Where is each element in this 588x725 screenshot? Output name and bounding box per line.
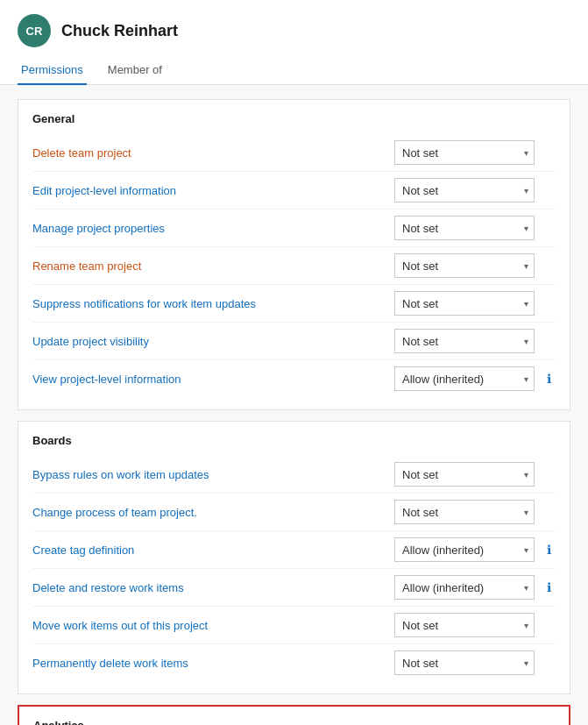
perm-label-delete-restore: Delete and restore work items	[32, 581, 394, 594]
perm-label-move-items: Move work items out of this project	[32, 619, 394, 632]
perm-actions-permanently-delete: Not setAllowAllow (inherited)Deny ▾	[394, 650, 556, 675]
dropdown-edit-project-info[interactable]: Not setAllowAllow (inherited)Deny ▾	[394, 178, 535, 203]
select-move-items[interactable]: Not setAllowAllow (inherited)Deny	[394, 613, 535, 637]
dropdown-permanently-delete[interactable]: Not setAllowAllow (inherited)Deny ▾	[394, 650, 535, 675]
section-analytics-title: Analytics	[33, 719, 555, 725]
select-delete-team-project[interactable]: Not setAllowAllow (inherited)Deny	[394, 140, 535, 165]
perm-label-rename-project: Rename team project	[32, 259, 394, 273]
perm-row-create-tag: Create tag definition Not setAllowAllow …	[32, 531, 556, 569]
perm-actions-delete-team-project: Not setAllowAllow (inherited)Deny ▾	[394, 140, 556, 165]
perm-row-move-items: Move work items out of this project Not …	[32, 607, 556, 644]
perm-row-change-process: Change process of team project. Not setA…	[32, 494, 556, 531]
perm-row-suppress-notifications: Suppress notifications for work item upd…	[32, 285, 556, 323]
dropdown-delete-restore[interactable]: Not setAllowAllow (inherited)Deny ▾	[394, 575, 535, 600]
perm-actions-delete-restore: Not setAllowAllow (inherited)Deny ▾ ℹ	[394, 575, 556, 600]
perm-actions-bypass-rules: Not setAllowAllow (inherited)Deny ▾	[394, 462, 556, 487]
select-edit-project-info[interactable]: Not setAllowAllow (inherited)Deny	[394, 178, 535, 203]
avatar-initials: CR	[26, 25, 43, 38]
perm-actions-suppress-notifications: Not setAllowAllow (inherited)Deny ▾	[394, 291, 556, 316]
perm-actions-manage-properties: Not setAllowAllow (inherited)Deny ▾	[394, 216, 556, 240]
content-area: General Delete team project Not setAllow…	[0, 85, 588, 725]
select-delete-restore[interactable]: Not setAllowAllow (inherited)Deny	[394, 575, 535, 600]
perm-row-delete-team-project: Delete team project Not setAllowAllow (i…	[32, 134, 556, 172]
section-general-title: General	[32, 112, 556, 125]
perm-actions-move-items: Not setAllowAllow (inherited)Deny ▾	[394, 613, 556, 637]
perm-label-manage-properties: Manage project properties	[32, 222, 394, 235]
dropdown-rename-project[interactable]: Not setAllowAllow (inherited)Deny ▾	[394, 253, 535, 278]
info-icon[interactable]: ℹ	[542, 543, 556, 557]
section-boards-title: Boards	[32, 434, 556, 447]
avatar: CR	[18, 14, 51, 47]
info-icon[interactable]: ℹ	[542, 372, 556, 386]
info-icon[interactable]: ℹ	[542, 580, 556, 594]
select-update-visibility[interactable]: Not setAllowAllow (inherited)Deny	[394, 329, 535, 353]
perm-actions-edit-project-info: Not setAllowAllow (inherited)Deny ▾	[394, 178, 556, 203]
select-rename-project[interactable]: Not setAllowAllow (inherited)Deny	[394, 253, 535, 278]
perm-row-update-visibility: Update project visibility Not setAllowAl…	[32, 323, 556, 360]
perm-label-edit-project-info: Edit project-level information	[32, 184, 394, 197]
username: Chuck Reinhart	[61, 22, 178, 40]
perm-row-edit-project-info: Edit project-level information Not setAl…	[32, 172, 556, 210]
dropdown-move-items[interactable]: Not setAllowAllow (inherited)Deny ▾	[394, 613, 535, 637]
perm-actions-create-tag: Not setAllowAllow (inherited)Deny ▾ ℹ	[394, 537, 556, 562]
perm-actions-update-visibility: Not setAllowAllow (inherited)Deny ▾	[394, 329, 556, 353]
perm-actions-view-project-info: Not setAllowAllow (inherited)Deny ▾ ℹ	[394, 366, 556, 391]
dropdown-delete-team-project[interactable]: Not setAllowAllow (inherited)Deny ▾	[394, 140, 535, 165]
perm-label-permanently-delete: Permanently delete work items	[32, 657, 394, 670]
perm-row-delete-restore: Delete and restore work items Not setAll…	[32, 569, 556, 607]
select-bypass-rules[interactable]: Not setAllowAllow (inherited)Deny	[394, 462, 535, 487]
select-create-tag[interactable]: Not setAllowAllow (inherited)Deny	[394, 537, 535, 562]
perm-label-change-process: Change process of team project.	[32, 506, 394, 519]
perm-label-create-tag: Create tag definition	[32, 544, 394, 557]
dropdown-suppress-notifications[interactable]: Not setAllowAllow (inherited)Deny ▾	[394, 291, 535, 316]
perm-label-suppress-notifications: Suppress notifications for work item upd…	[32, 297, 394, 310]
section-analytics: Analytics Delete shared Analytics views …	[18, 705, 570, 725]
perm-actions-change-process: Not setAllowAllow (inherited)Deny ▾	[394, 500, 556, 524]
select-suppress-notifications[interactable]: Not setAllowAllow (inherited)Deny	[394, 291, 535, 316]
perm-row-bypass-rules: Bypass rules on work item updates Not se…	[32, 456, 556, 494]
dropdown-view-project-info[interactable]: Not setAllowAllow (inherited)Deny ▾	[394, 366, 535, 391]
perm-label-view-project-info: View project-level information	[32, 373, 394, 386]
perm-label-bypass-rules: Bypass rules on work item updates	[32, 468, 394, 481]
dropdown-update-visibility[interactable]: Not setAllowAllow (inherited)Deny ▾	[394, 329, 535, 353]
perm-label-delete-team-project: Delete team project	[32, 146, 394, 160]
dropdown-change-process[interactable]: Not setAllowAllow (inherited)Deny ▾	[394, 500, 535, 524]
perm-row-view-project-info: View project-level information Not setAl…	[32, 360, 556, 397]
dropdown-manage-properties[interactable]: Not setAllowAllow (inherited)Deny ▾	[394, 216, 535, 240]
select-change-process[interactable]: Not setAllowAllow (inherited)Deny	[394, 500, 535, 524]
dropdown-create-tag[interactable]: Not setAllowAllow (inherited)Deny ▾	[394, 537, 535, 562]
perm-actions-rename-project: Not setAllowAllow (inherited)Deny ▾	[394, 253, 556, 278]
perm-row-permanently-delete: Permanently delete work items Not setAll…	[32, 644, 556, 681]
section-general: General Delete team project Not setAllow…	[18, 99, 570, 410]
select-permanently-delete[interactable]: Not setAllowAllow (inherited)Deny	[394, 650, 535, 675]
section-boards: Boards Bypass rules on work item updates…	[18, 421, 570, 694]
perm-label-update-visibility: Update project visibility	[32, 335, 394, 348]
tab-member-of[interactable]: Member of	[104, 56, 166, 85]
select-manage-properties[interactable]: Not setAllowAllow (inherited)Deny	[394, 216, 535, 240]
tab-permissions[interactable]: Permissions	[18, 56, 87, 85]
tabs-bar: Permissions Member of	[0, 56, 588, 85]
select-view-project-info[interactable]: Not setAllowAllow (inherited)Deny	[394, 366, 535, 391]
header: CR Chuck Reinhart	[0, 0, 588, 56]
perm-row-manage-properties: Manage project properties Not setAllowAl…	[32, 210, 556, 247]
perm-row-rename-project: Rename team project Not setAllowAllow (i…	[32, 247, 556, 285]
dropdown-bypass-rules[interactable]: Not setAllowAllow (inherited)Deny ▾	[394, 462, 535, 487]
